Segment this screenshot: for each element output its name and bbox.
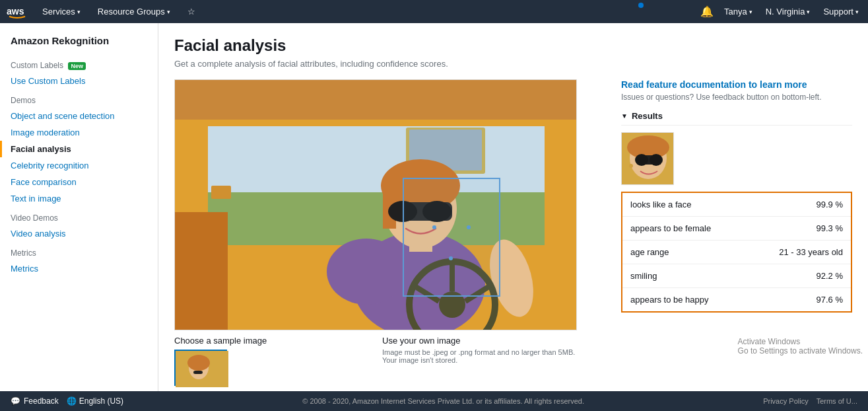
user-chevron-icon: ▾ — [749, 9, 752, 15]
svg-point-29 — [187, 355, 210, 371]
sidebar-custom-labels-section: Custom Labels New — [0, 54, 158, 73]
custom-labels-label: Custom Labels — [11, 61, 63, 70]
text-in-image-label: Text in image — [11, 194, 61, 204]
docs-link[interactable]: Read feature documentation to learn more — [621, 79, 852, 90]
own-image-description: Image must be .jpeg or .png format and n… — [382, 348, 577, 364]
top-navigation: aws Services ▾ Resource Groups ▾ ☆ 🔔 Tan… — [0, 0, 868, 23]
face-comparison-label: Face comparison — [11, 177, 77, 187]
sidebar-item-video-analysis[interactable]: Video analysis — [0, 225, 158, 242]
sample-thumbnail[interactable] — [174, 350, 227, 386]
sidebar-demos-section: Demos — [0, 89, 158, 108]
svg-rect-25 — [211, 186, 231, 199]
sidebar-item-celebrity-recognition[interactable]: Celebrity recognition — [0, 157, 158, 174]
result-value: 99.3 % — [817, 223, 843, 233]
face-dot-2 — [467, 225, 471, 229]
face-dot-3 — [449, 256, 453, 260]
result-row: looks like a face 99.9 % — [622, 193, 851, 217]
result-label: looks like a face — [630, 200, 692, 209]
nav-services-label: Services — [42, 7, 75, 17]
sidebar-item-face-comparison[interactable]: Face comparison — [0, 174, 158, 190]
result-label: appears to be happy — [630, 295, 709, 305]
custom-labels-badge: New — [68, 62, 86, 70]
celebrity-recognition-label: Celebrity recognition — [11, 161, 89, 170]
sample-image-label: Choose a sample image — [174, 336, 369, 346]
svg-rect-24 — [175, 212, 228, 330]
result-label: appears to be female — [630, 223, 711, 233]
sidebar-item-use-custom-labels[interactable]: Use Custom Labels — [0, 73, 158, 89]
resource-groups-chevron-icon: ▾ — [167, 9, 170, 15]
nav-right-section: 🔔 Tanya ▾ N. Virginia ▾ Support ▾ — [700, 5, 861, 18]
result-row: smiling 92.2 % — [622, 264, 851, 288]
activate-line1: Activate Windows — [738, 337, 852, 346]
star-icon: ☆ — [187, 7, 195, 17]
aws-logo[interactable]: aws — [7, 5, 28, 19]
region-chevron-icon: ▾ — [807, 9, 810, 15]
sample-image-section: Choose a sample image — [174, 336, 369, 386]
results-header: ▼ Results — [621, 111, 852, 126]
result-label: smiling — [630, 271, 657, 281]
use-custom-labels-label: Use Custom Labels — [11, 76, 85, 86]
image-moderation-label: Image moderation — [11, 128, 80, 137]
nav-resource-groups[interactable]: Resource Groups ▾ — [95, 7, 173, 17]
main-layout: ◀ Amazon Rekognition Custom Labels New U… — [0, 23, 868, 391]
page-title: Facial analysis — [174, 36, 852, 55]
metrics-label: Metrics — [11, 264, 38, 274]
nav-support[interactable]: Support ▾ — [820, 7, 861, 17]
support-label: Support — [823, 7, 853, 17]
sidebar-item-text-in-image[interactable]: Text in image — [0, 190, 158, 207]
sidebar-item-facial-analysis[interactable]: Facial analysis — [0, 141, 158, 157]
nav-services[interactable]: Services ▾ — [40, 7, 83, 17]
sidebar-item-metrics[interactable]: Metrics — [0, 260, 158, 277]
aws-logo-svg: aws — [7, 5, 28, 19]
user-label: Tanya — [724, 7, 747, 17]
sidebar-app-title: Amazon Rekognition — [0, 30, 158, 54]
result-row: age range 21 - 33 years old — [622, 241, 851, 264]
activate-line2: Go to Settings to activate Windows. — [738, 346, 852, 355]
sidebar-item-image-moderation[interactable]: Image moderation — [0, 124, 158, 141]
bell-icon[interactable]: 🔔 — [700, 5, 714, 18]
face-thumb-svg — [622, 133, 674, 185]
results-table: looks like a face 99.9 % appears to be f… — [621, 192, 852, 313]
own-image-label: Use your own image — [382, 336, 577, 346]
activate-windows-overlay: Activate Windows Go to Settings to activ… — [733, 334, 852, 358]
services-chevron-icon: ▾ — [77, 9, 81, 15]
svg-text:aws: aws — [7, 6, 24, 17]
below-image-section: Choose a sample image Use your own image — [174, 336, 577, 386]
main-content: Facial analysis Get a complete analysis … — [158, 23, 868, 391]
right-panel: Read feature documentation to learn more… — [608, 79, 852, 386]
result-row: appears to be happy 97.6 % — [622, 288, 851, 311]
left-column: Choose a sample image Use your own image — [174, 79, 595, 386]
sidebar-metrics-section: Metrics — [0, 242, 158, 260]
nav-user[interactable]: Tanya ▾ — [721, 7, 755, 17]
svg-point-36 — [650, 154, 663, 166]
content-row: Choose a sample image Use your own image — [174, 79, 852, 386]
video-analysis-label: Video analysis — [11, 229, 66, 239]
result-value: 97.6 % — [817, 295, 843, 305]
result-row: appears to be female 99.3 % — [622, 217, 851, 241]
support-chevron-icon: ▾ — [855, 9, 859, 15]
detected-face-thumbnail — [621, 132, 674, 185]
result-value: 92.2 % — [817, 271, 843, 281]
nav-star[interactable]: ☆ — [185, 7, 198, 17]
sample-thumb-svg — [176, 351, 228, 387]
facial-analysis-label: Facial analysis — [11, 144, 71, 154]
svg-rect-30 — [193, 371, 203, 374]
nav-resource-groups-label: Resource Groups — [98, 7, 165, 17]
sidebar: ◀ Amazon Rekognition Custom Labels New U… — [0, 23, 158, 391]
svg-point-35 — [635, 154, 648, 166]
sidebar-video-demos-section: Video Demos — [0, 207, 158, 225]
nav-region[interactable]: N. Virginia ▾ — [763, 7, 813, 17]
results-chevron-icon: ▼ — [621, 112, 628, 120]
svg-point-37 — [629, 164, 633, 168]
result-value: 99.9 % — [817, 200, 843, 209]
sidebar-item-object-scene[interactable]: Object and scene detection — [0, 108, 158, 124]
sidebar-collapse-button[interactable]: ◀ — [158, 56, 158, 72]
demo-image-container — [174, 79, 577, 330]
result-label: age range — [630, 247, 669, 257]
demo-image-svg — [175, 80, 577, 330]
face-detection-box — [403, 178, 500, 297]
result-value: 21 - 33 years old — [779, 247, 843, 257]
notification-dot — [638, 3, 644, 8]
own-image-section: Use your own image Image must be .jpeg o… — [382, 336, 577, 386]
face-dot-1 — [432, 225, 436, 229]
